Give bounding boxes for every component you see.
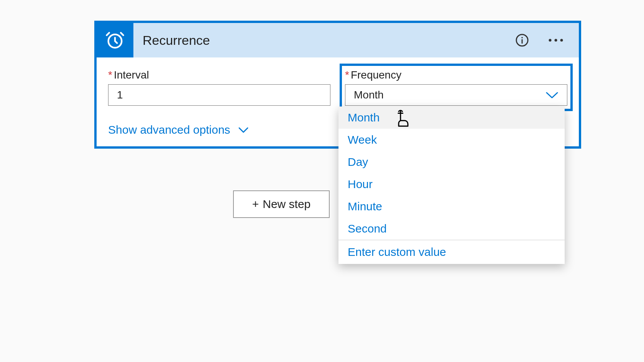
frequency-field: *Frequency Month — [345, 69, 567, 106]
svg-point-5 — [555, 39, 557, 42]
frequency-option-week[interactable]: Week — [338, 129, 565, 151]
recurrence-icon — [97, 23, 133, 57]
interval-label: *Interval — [108, 69, 330, 81]
interval-input[interactable] — [108, 84, 330, 106]
frequency-option-custom[interactable]: Enter custom value — [338, 240, 565, 264]
new-step-button[interactable]: + New step — [233, 190, 330, 218]
info-icon[interactable] — [514, 33, 530, 48]
frequency-select[interactable]: Month — [345, 84, 567, 106]
svg-point-4 — [549, 39, 552, 42]
frequency-option-month[interactable]: Month — [338, 106, 565, 129]
card-title: Recurrence — [133, 23, 514, 57]
chevron-down-icon — [545, 91, 559, 99]
frequency-option-second[interactable]: Second — [338, 218, 565, 240]
frequency-dropdown: Month Week Day Hour Minute Second Enter … — [338, 106, 565, 264]
frequency-label: *Frequency — [345, 69, 567, 81]
frequency-option-day[interactable]: Day — [338, 151, 565, 173]
card-header: Recurrence — [97, 23, 579, 57]
more-icon[interactable] — [548, 33, 564, 48]
svg-point-3 — [521, 37, 523, 38]
interval-field: *Interval — [108, 69, 330, 106]
header-actions — [514, 23, 579, 57]
advanced-options-label: Show advanced options — [108, 123, 230, 136]
chevron-down-icon — [238, 126, 249, 133]
frequency-option-minute[interactable]: Minute — [338, 195, 565, 218]
frequency-selected-value: Month — [354, 89, 384, 101]
new-step-label: New step — [263, 198, 310, 211]
svg-point-6 — [560, 39, 563, 42]
plus-icon: + — [252, 198, 259, 211]
frequency-option-hour[interactable]: Hour — [338, 173, 565, 195]
